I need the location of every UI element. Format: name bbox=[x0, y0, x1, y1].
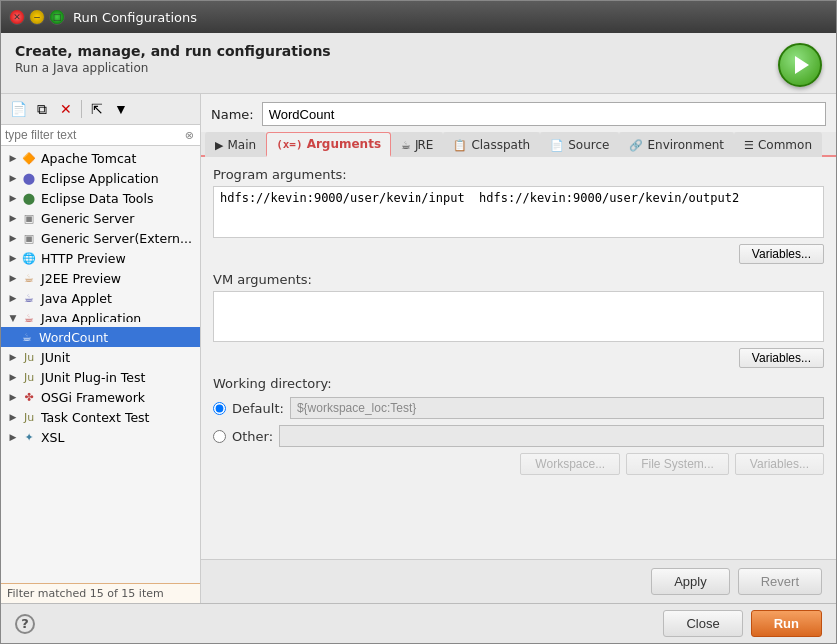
program-args-label: Program arguments: bbox=[213, 167, 824, 182]
default-radio[interactable] bbox=[213, 402, 226, 415]
tree-item-apache-tomcat[interactable]: ▶ 🔶 Apache Tomcat bbox=[1, 148, 200, 168]
main-content: 📄 ⧉ ✕ ⇱ ▼ ⊗ ▶ 🔶 Apache Tomcat bbox=[1, 94, 836, 603]
osgi-icon: ✤ bbox=[21, 389, 37, 405]
tab-arguments[interactable]: (x=) Arguments bbox=[266, 132, 391, 157]
tree-item-http-preview[interactable]: ▶ 🌐 HTTP Preview bbox=[1, 248, 200, 268]
name-input[interactable] bbox=[262, 102, 826, 126]
tree-item-wordcount[interactable]: ☕ WordCount bbox=[1, 327, 200, 347]
minimize-button[interactable]: − bbox=[29, 9, 45, 25]
revert-button[interactable]: Revert bbox=[738, 568, 822, 595]
tab-main[interactable]: ▶ Main bbox=[205, 132, 266, 157]
tree-item-label: WordCount bbox=[39, 330, 108, 345]
new-config-button[interactable]: 📄 bbox=[7, 98, 29, 120]
tree-arrow-icon: ▶ bbox=[7, 252, 19, 264]
tree-item-label: Apache Tomcat bbox=[41, 151, 136, 166]
tab-classpath-label: Classpath bbox=[471, 138, 530, 152]
duplicate-config-button[interactable]: ⧉ bbox=[31, 98, 53, 120]
tab-common-label: Common bbox=[758, 138, 812, 152]
variables-button-1[interactable]: Variables... bbox=[739, 244, 824, 264]
other-dir-input[interactable] bbox=[279, 425, 824, 447]
tab-jre[interactable]: ☕ JRE bbox=[391, 132, 443, 157]
titlebar-buttons: ✕ − □ bbox=[9, 9, 65, 25]
tree-item-java-application[interactable]: ▼ ☕ Java Application bbox=[1, 308, 200, 327]
header-subtitle: Run a Java application bbox=[15, 61, 331, 75]
filter-clear-button[interactable]: ⊗ bbox=[183, 129, 196, 142]
tree-item-junit-plugin[interactable]: ▶ Ju JUnit Plug-in Test bbox=[1, 367, 200, 387]
header-title: Create, manage, and run configurations bbox=[15, 43, 331, 59]
tree-arrow-icon: ▶ bbox=[7, 351, 19, 363]
tree-item-label: Java Applet bbox=[41, 291, 112, 306]
java-app-icon: ☕ bbox=[21, 310, 37, 325]
vm-args-label: VM arguments: bbox=[213, 272, 824, 287]
task-icon: Ju bbox=[21, 409, 37, 425]
main-tab-icon: ▶ bbox=[215, 139, 223, 152]
tree-item-java-applet[interactable]: ▶ ☕ Java Applet bbox=[1, 288, 200, 308]
run-header-button[interactable] bbox=[778, 43, 822, 87]
tree-item-generic-server-ext[interactable]: ▶ ▣ Generic Server(Extern... bbox=[1, 228, 200, 248]
tab-source[interactable]: 📄 Source bbox=[540, 132, 619, 157]
data-icon: ⬤ bbox=[21, 190, 37, 206]
working-dir-section: Working directory: Default: Other: Works… bbox=[213, 376, 824, 475]
tree-item-eclipse-application[interactable]: ▶ ⬤ Eclipse Application bbox=[1, 168, 200, 188]
tree-item-label: J2EE Preview bbox=[41, 271, 121, 286]
tree-item-generic-server[interactable]: ▶ ▣ Generic Server bbox=[1, 208, 200, 228]
help-button[interactable]: ? bbox=[15, 614, 35, 634]
filter-button[interactable]: ▼ bbox=[110, 98, 132, 120]
program-args-input[interactable]: hdfs://kevin:9000/user/kevin/input hdfs:… bbox=[213, 186, 824, 238]
tree-arrow-icon: ▶ bbox=[7, 232, 19, 244]
toolbar: 📄 ⧉ ✕ ⇱ ▼ bbox=[1, 94, 200, 125]
other-radio[interactable] bbox=[213, 430, 226, 443]
http-icon: 🌐 bbox=[21, 250, 37, 266]
maximize-button[interactable]: □ bbox=[49, 9, 65, 25]
vm-args-input[interactable] bbox=[213, 291, 824, 342]
tabs-row: ▶ Main (x=) Arguments ☕ JRE 📋 Classpath … bbox=[201, 132, 836, 157]
name-label: Name: bbox=[211, 107, 254, 122]
working-dir-label: Working directory: bbox=[213, 376, 824, 391]
apply-button[interactable]: Apply bbox=[651, 568, 730, 595]
header-section: Create, manage, and run configurations R… bbox=[1, 33, 836, 94]
filter-row: ⊗ bbox=[1, 125, 200, 146]
wordcount-icon: ☕ bbox=[19, 329, 35, 345]
tree-item-xsl[interactable]: ▶ ✦ XSL bbox=[1, 427, 200, 447]
tree-item-junit[interactable]: ▶ Ju JUnit bbox=[1, 347, 200, 367]
tree-item-osgi[interactable]: ▶ ✤ OSGi Framework bbox=[1, 387, 200, 407]
tree-item-label: Eclipse Application bbox=[41, 171, 159, 186]
default-dir-input bbox=[290, 397, 824, 419]
run-button[interactable]: Run bbox=[751, 610, 822, 637]
tree-item-label: Java Application bbox=[41, 311, 141, 325]
workspace-button[interactable]: Workspace... bbox=[520, 453, 620, 475]
tab-source-label: Source bbox=[568, 138, 609, 152]
eclipse-icon: ⬤ bbox=[21, 170, 37, 186]
panel-content: Program arguments: hdfs://kevin:9000/use… bbox=[201, 157, 836, 559]
filesystem-button[interactable]: File System... bbox=[626, 453, 729, 475]
tree-item-j2ee-preview[interactable]: ▶ ☕ J2EE Preview bbox=[1, 268, 200, 288]
close-window-button[interactable]: ✕ bbox=[9, 9, 25, 25]
delete-config-button[interactable]: ✕ bbox=[55, 98, 77, 120]
tree-item-task-context-test[interactable]: ▶ Ju Task Context Test bbox=[1, 407, 200, 427]
source-tab-icon: 📄 bbox=[550, 139, 564, 152]
environment-tab-icon: 🔗 bbox=[629, 139, 643, 152]
classpath-tab-icon: 📋 bbox=[453, 139, 467, 152]
filter-input[interactable] bbox=[5, 128, 183, 142]
junit-icon: Ju bbox=[21, 349, 37, 365]
tree-arrow-icon: ▶ bbox=[7, 192, 19, 204]
tree-item-label: Generic Server bbox=[41, 211, 134, 226]
collapse-all-button[interactable]: ⇱ bbox=[86, 98, 108, 120]
tree-item-label: OSGi Framework bbox=[41, 390, 145, 405]
tab-common[interactable]: ☰ Common bbox=[734, 132, 822, 157]
tree-arrow-icon: ▶ bbox=[7, 411, 19, 423]
tab-environment[interactable]: 🔗 Environment bbox=[619, 132, 734, 157]
close-button[interactable]: Close bbox=[663, 610, 742, 637]
default-radio-label: Default: bbox=[232, 401, 284, 416]
toolbar-separator bbox=[81, 100, 82, 118]
left-panel: 📄 ⧉ ✕ ⇱ ▼ ⊗ ▶ 🔶 Apache Tomcat bbox=[1, 94, 201, 603]
tab-classpath[interactable]: 📋 Classpath bbox=[443, 132, 540, 157]
variables-button-3[interactable]: Variables... bbox=[735, 453, 824, 475]
tree-item-eclipse-data-tools[interactable]: ▶ ⬤ Eclipse Data Tools bbox=[1, 188, 200, 208]
tree-arrow-icon: ▶ bbox=[7, 152, 19, 164]
tree-arrow-icon: ▶ bbox=[7, 371, 19, 383]
variables-button-2[interactable]: Variables... bbox=[739, 348, 824, 368]
tab-environment-label: Environment bbox=[647, 138, 724, 152]
default-radio-row: Default: bbox=[213, 397, 824, 419]
tree-item-label: Eclipse Data Tools bbox=[41, 191, 153, 206]
